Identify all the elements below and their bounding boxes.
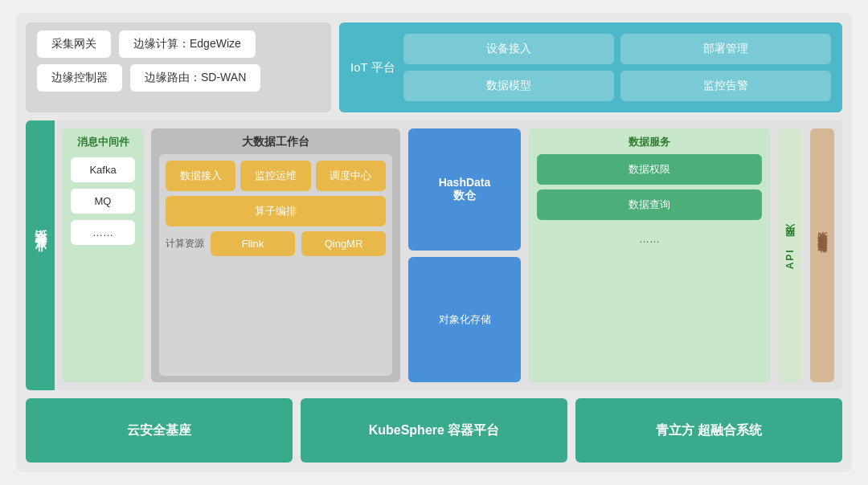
hashdata-warehouse: HashData 数仓 xyxy=(408,128,521,251)
iot-section: IoT 平台 设备接入 部署管理 数据模型 监控告警 xyxy=(339,22,842,112)
iot-device-access: 设备接入 xyxy=(403,34,614,64)
bigdata-mid-row: 算子编排 xyxy=(166,196,386,226)
schedule-center-box: 调度中心 xyxy=(316,161,386,191)
bigdata-top-row: 数据接入 监控运维 调度中心 xyxy=(166,161,386,191)
middle-section: 业务数据 消息中间件 Kafka MQ …… 大数据工作台 数据接入 监控运维 … xyxy=(26,120,842,390)
collect-gateway: 采集网关 xyxy=(37,31,111,58)
edge-row2: 边缘控制器 边缘路由：SD-WAN xyxy=(37,64,320,92)
data-more-box: …… xyxy=(537,225,762,253)
iot-data-model: 数据模型 xyxy=(403,71,614,101)
iot-label: IoT 平台 xyxy=(350,60,395,75)
data-query-box: 数据查询 xyxy=(537,190,762,220)
kubesphere-box: KubeSphere 容器平台 xyxy=(301,398,567,463)
main-container: 采集网关 边缘计算：EdgeWize 边缘控制器 边缘路由：SD-WAN IoT… xyxy=(16,13,852,472)
iot-monitor-alert: 监控告警 xyxy=(620,71,831,101)
bigdata-inner: 数据接入 监控运维 调度中心 算子编排 计算资源 Flink QingMR xyxy=(159,154,392,376)
monitor-ops-box: 监控运维 xyxy=(240,161,310,191)
hashdata-title2: 数仓 xyxy=(453,189,476,203)
kafka-box: Kafka xyxy=(71,157,135,182)
qingmr-box: QingMR xyxy=(301,231,386,256)
flink-box: Flink xyxy=(211,231,295,256)
bigdata-title: 大数据工作台 xyxy=(159,135,392,149)
data-permission-box: 数据权限 xyxy=(537,154,762,185)
right-support-text: 数据支撑业务场景 xyxy=(816,249,829,262)
bigdata-bottom-row: 计算资源 Flink QingMR xyxy=(166,231,386,256)
edge-section: 采集网关 边缘计算：EdgeWize 边缘控制器 边缘路由：SD-WAN xyxy=(26,22,331,112)
mq-box: MQ xyxy=(71,189,135,214)
qingliyuan-box: 青立方 超融合系统 xyxy=(575,398,842,463)
edge-compute: 边缘计算：EdgeWize xyxy=(119,31,256,58)
edge-row1: 采集网关 边缘计算：EdgeWize xyxy=(37,31,320,58)
msg-middleware-panel: 消息中间件 Kafka MQ …… xyxy=(63,128,143,382)
top-section: 采集网关 边缘计算：EdgeWize 边缘控制器 边缘路由：SD-WAN IoT… xyxy=(26,22,842,112)
bigdata-platform-panel: 大数据工作台 数据接入 监控运维 调度中心 算子编排 计算资源 Flink Qi… xyxy=(151,128,400,382)
compute-label: 计算资源 xyxy=(166,237,204,251)
data-ingest-box: 数据接入 xyxy=(166,161,235,191)
object-storage-text: 对象化存储 xyxy=(439,312,491,327)
edge-controller: 边缘控制器 xyxy=(37,64,122,92)
data-service-panel: 数据服务 数据权限 数据查询 …… xyxy=(529,128,770,382)
bottom-section: 云安全基座 KubeSphere 容器平台 青立方 超融合系统 xyxy=(26,398,842,463)
edge-router: 边缘路由：SD-WAN xyxy=(130,64,260,92)
hashdata-title1: HashData xyxy=(439,176,491,189)
business-data-text: 业务数据 xyxy=(33,249,48,262)
more-mq-box: …… xyxy=(71,220,135,245)
iot-boxes: 设备接入 部署管理 数据模型 监控告警 xyxy=(403,34,831,101)
object-storage-box: 对象化存储 xyxy=(408,257,521,382)
hashdata-section: HashData 数仓 对象化存储 xyxy=(408,128,521,382)
data-service-title: 数据服务 xyxy=(537,135,762,149)
algo-arrange-box: 算子编排 xyxy=(166,196,386,226)
iot-deploy-manage: 部署管理 xyxy=(620,34,831,64)
business-data-label: 业务数据 xyxy=(26,120,55,390)
api-gateway-bar: API 网关 xyxy=(778,128,802,382)
api-gateway-text: API 网关 xyxy=(784,241,797,269)
right-support-bar: 数据支撑业务场景 xyxy=(810,128,834,382)
middle-inner: 消息中间件 Kafka MQ …… 大数据工作台 数据接入 监控运维 调度中心 … xyxy=(55,120,842,390)
cloud-security-box: 云安全基座 xyxy=(26,398,293,463)
msg-middleware-title: 消息中间件 xyxy=(77,135,129,149)
